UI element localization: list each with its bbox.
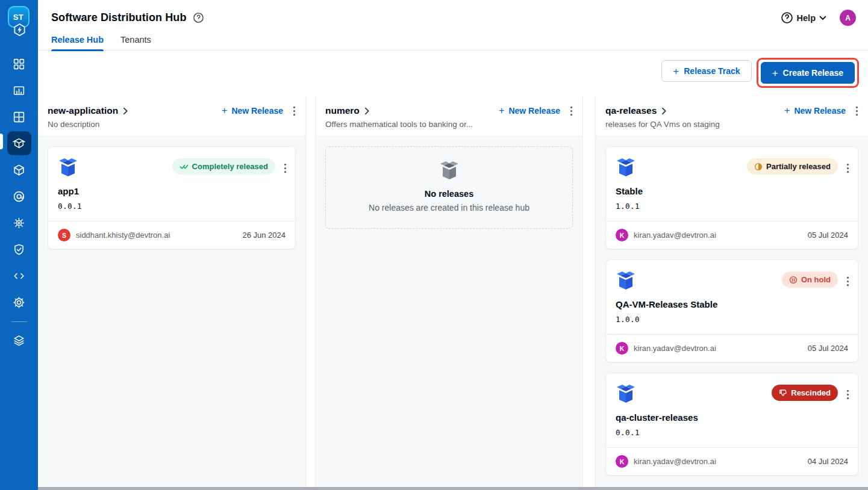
release-card-app1[interactable]: Completely released app1 0.0.1 S siddhan… — [48, 146, 296, 249]
release-card-qa-vm-releases-stable[interactable]: On hold QA-VM-Releases Stable 1.0.0 K ki… — [605, 259, 858, 362]
tab-bar: Release Hub Tenants — [51, 35, 868, 51]
thumbs-down-icon — [779, 389, 787, 397]
plus-icon: + — [772, 68, 778, 78]
release-version: 0.0.1 — [606, 423, 858, 447]
empty-state-title: No releases — [336, 189, 563, 199]
column-header: numero + New Release Offers mathematical… — [316, 96, 582, 137]
release-date: 05 Jul 2024 — [808, 231, 848, 240]
kebab-menu-icon[interactable] — [846, 163, 849, 173]
new-release-button[interactable]: + New Release — [784, 105, 846, 116]
horizontal-scrollbar[interactable] — [38, 487, 868, 490]
kebab-menu-icon[interactable] — [846, 389, 849, 400]
empty-state-subtitle: No releases are created in this release … — [336, 203, 563, 212]
plus-icon: + — [499, 105, 504, 116]
release-date: 26 Jun 2024 — [242, 231, 286, 240]
empty-state: No releases No releases are created in t… — [325, 146, 573, 229]
package-icon — [616, 157, 636, 178]
sidebar-item-security[interactable] — [7, 237, 31, 261]
code-icon — [13, 270, 25, 282]
column-qa-releases: qa-releases + New Release releases for Q… — [595, 96, 868, 490]
jobs-chart-icon — [13, 84, 25, 97]
user-avatar[interactable]: A — [840, 10, 856, 26]
status-label: Completely released — [192, 162, 268, 171]
sidebar-item-chart-store[interactable] — [7, 158, 31, 182]
author-avatar: K — [616, 229, 628, 241]
release-card-footer: S siddhant.khisty@devtron.ai 26 Jun 2024 — [48, 221, 295, 249]
column-title: new-application — [48, 105, 118, 116]
sidebar-item-resource-browser[interactable] — [7, 211, 31, 235]
package-icon-gray — [439, 160, 460, 181]
column-header: qa-releases + New Release releases for Q… — [596, 96, 868, 137]
kebab-menu-icon[interactable] — [293, 106, 296, 116]
release-date: 04 Jul 2024 — [808, 457, 848, 466]
column-body: Completely released app1 0.0.1 S siddhan… — [38, 137, 305, 490]
resource-browser-icon — [13, 217, 25, 229]
help-label: Help — [797, 13, 816, 23]
kebab-menu-icon[interactable] — [846, 276, 849, 287]
release-name: QA-VM-Releases Stable — [606, 291, 858, 309]
active-nav-indicator — [0, 134, 3, 149]
release-date: 05 Jul 2024 — [808, 344, 848, 353]
sidebar-item-stack-manager[interactable] — [7, 328, 31, 352]
page-help-icon[interactable] — [193, 12, 204, 23]
column-title-row[interactable]: qa-releases + New Release — [605, 105, 858, 116]
sidebar-divider — [11, 321, 27, 322]
chevron-right-icon — [364, 107, 370, 115]
release-version: 1.0.1 — [606, 196, 858, 221]
sidebar-item-bulk-edit[interactable] — [7, 184, 31, 208]
column-header: new-application + New Release No descrip… — [38, 96, 305, 137]
half-circle-icon — [754, 163, 763, 171]
status-label: Partially released — [766, 162, 831, 171]
column-description: releases for QA Vms on staging — [605, 120, 858, 129]
sidebar: ST — [0, 0, 38, 490]
author-avatar: K — [616, 455, 628, 468]
top-bar: Software Distribution Hub Help — [38, 0, 868, 51]
release-columns: new-application + New Release No descrip… — [38, 96, 868, 490]
help-icon — [781, 11, 793, 24]
package-icon — [616, 270, 636, 291]
column-description: Offers mathematical tools to banking or.… — [325, 120, 573, 129]
release-name: Stable — [606, 178, 858, 196]
chevron-down-icon — [819, 16, 826, 20]
status-label: On hold — [801, 275, 831, 284]
release-card-stable[interactable]: Partially released Stable 1.0.1 K kiran.… — [605, 146, 858, 249]
sidebar-item-application-groups[interactable] — [7, 105, 31, 129]
package-icon — [58, 157, 78, 178]
column-title-row[interactable]: new-application + New Release — [48, 105, 296, 116]
status-badge: Partially released — [747, 158, 838, 175]
column-title: numero — [325, 105, 360, 116]
column-title-row[interactable]: numero + New Release — [325, 105, 573, 116]
actions-row: + Release Track + Create Release — [38, 51, 868, 96]
app-logo[interactable]: ST — [8, 6, 31, 36]
author-avatar: S — [58, 229, 70, 241]
tab-tenants[interactable]: Tenants — [120, 35, 151, 51]
pause-circle-icon — [789, 276, 798, 284]
release-version: 1.0.0 — [606, 309, 858, 334]
gear-icon — [13, 296, 25, 309]
column-body: No releases No releases are created in t… — [316, 137, 582, 490]
sidebar-item-code-editor[interactable] — [7, 264, 31, 288]
help-menu[interactable]: Help — [781, 11, 826, 24]
sidebar-item-jobs[interactable] — [7, 78, 31, 102]
new-release-button[interactable]: + New Release — [222, 105, 283, 116]
sidebar-nav — [0, 52, 38, 355]
column-title: qa-releases — [605, 105, 657, 116]
chevron-right-icon — [123, 107, 128, 115]
sidebar-item-software-distribution-hub[interactable] — [7, 131, 31, 155]
kebab-menu-icon[interactable] — [570, 106, 573, 116]
create-release-button[interactable]: + Create Release — [761, 62, 855, 84]
application-groups-icon — [13, 111, 25, 123]
page-title: Software Distribution Hub — [51, 11, 187, 24]
sidebar-item-global-config[interactable] — [7, 290, 31, 314]
author-avatar: K — [616, 342, 628, 355]
create-release-highlight: + Create Release — [757, 58, 859, 88]
new-release-button[interactable]: + New Release — [499, 105, 560, 116]
sidebar-item-apps[interactable] — [7, 52, 31, 76]
release-track-button[interactable]: + Release Track — [661, 60, 751, 82]
release-card-qa-cluster-releases[interactable]: Rescinded qa-cluster-releases 0.0.1 K ki… — [605, 373, 858, 476]
kebab-menu-icon[interactable] — [855, 106, 858, 116]
kebab-menu-icon[interactable] — [284, 163, 287, 173]
tab-release-hub[interactable]: Release Hub — [51, 35, 104, 51]
column-description: No description — [48, 120, 296, 129]
release-card-footer: K kiran.yadav@devtron.ai 05 Jul 2024 — [606, 334, 858, 362]
